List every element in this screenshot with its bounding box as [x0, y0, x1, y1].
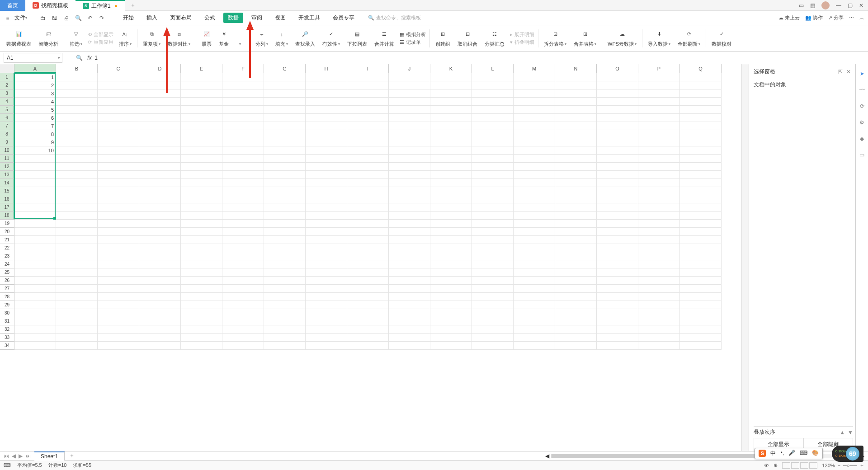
cell-M2[interactable] — [514, 81, 555, 89]
cell-A24[interactable] — [14, 260, 56, 268]
cell-M8[interactable] — [514, 130, 555, 138]
cell-D23[interactable] — [139, 252, 181, 260]
cell-Q26[interactable] — [680, 277, 722, 285]
cell-N10[interactable] — [555, 146, 597, 155]
cell-F22[interactable] — [222, 244, 264, 252]
cell-L17[interactable] — [472, 203, 514, 212]
cell-B18[interactable] — [56, 212, 98, 220]
cell-M20[interactable] — [514, 228, 555, 236]
redo-icon[interactable]: ↷ — [98, 14, 106, 22]
row-header-16[interactable]: 16 — [0, 195, 14, 203]
cell-D12[interactable] — [139, 163, 181, 171]
cell-O13[interactable] — [597, 171, 638, 179]
cell-B22[interactable] — [56, 244, 98, 252]
cell-A15[interactable] — [14, 187, 56, 195]
cell-K13[interactable] — [430, 171, 472, 179]
cell-O14[interactable] — [597, 179, 638, 187]
cell-M25[interactable] — [514, 268, 555, 277]
cell-A14[interactable] — [14, 179, 56, 187]
cell-P12[interactable] — [638, 163, 680, 171]
cell-O34[interactable] — [597, 342, 638, 350]
cell-F20[interactable] — [222, 228, 264, 236]
cell-K30[interactable] — [430, 309, 472, 317]
tab-dev[interactable]: 开发工具 — [294, 13, 325, 23]
cell-D21[interactable] — [139, 236, 181, 244]
cell-H7[interactable] — [306, 122, 347, 130]
cell-B28[interactable] — [56, 293, 98, 301]
cell-B6[interactable] — [56, 114, 98, 122]
eye-icon[interactable]: 👁 — [764, 463, 769, 468]
cell-J17[interactable] — [389, 203, 430, 212]
cell-M22[interactable] — [514, 244, 555, 252]
cell-I7[interactable] — [347, 122, 389, 130]
cell-M7[interactable] — [514, 122, 555, 130]
cell-A27[interactable] — [14, 285, 56, 293]
cell-H5[interactable] — [306, 106, 347, 114]
cell-P5[interactable] — [638, 106, 680, 114]
cell-G31[interactable] — [264, 317, 306, 325]
cell-H14[interactable] — [306, 179, 347, 187]
cell-F14[interactable] — [222, 179, 264, 187]
task-icon-5[interactable]: ▭ — [858, 151, 866, 159]
cell-Q4[interactable] — [680, 98, 722, 106]
cell-J3[interactable] — [389, 89, 430, 98]
cell-B2[interactable] — [56, 81, 98, 89]
cell-I18[interactable] — [347, 212, 389, 220]
cell-N30[interactable] — [555, 309, 597, 317]
cell-Q5[interactable] — [680, 106, 722, 114]
cell-P18[interactable] — [638, 212, 680, 220]
col-header-O[interactable]: O — [597, 64, 638, 73]
cell-H6[interactable] — [306, 114, 347, 122]
row-header-30[interactable]: 30 — [0, 309, 14, 317]
cell-L1[interactable] — [472, 73, 514, 81]
cell-A21[interactable] — [14, 236, 56, 244]
lookup-input-button[interactable]: 🔎查找录入 — [292, 27, 319, 50]
col-header-F[interactable]: F — [222, 64, 264, 73]
cell-A6[interactable]: 6 — [14, 114, 56, 122]
cell-A22[interactable] — [14, 244, 56, 252]
cell-E4[interactable] — [181, 98, 222, 106]
cell-M34[interactable] — [514, 342, 555, 350]
row-header-10[interactable]: 10 — [0, 146, 14, 155]
cell-L14[interactable] — [472, 179, 514, 187]
maximize-icon[interactable]: ▢ — [848, 2, 853, 9]
zoom-control[interactable]: 130%−─○──＋ — [822, 462, 864, 469]
cell-L12[interactable] — [472, 163, 514, 171]
cell-O11[interactable] — [597, 155, 638, 163]
cell-M16[interactable] — [514, 195, 555, 203]
col-header-N[interactable]: N — [555, 64, 597, 73]
cell-D22[interactable] — [139, 244, 181, 252]
cell-N19[interactable] — [555, 220, 597, 228]
cell-G7[interactable] — [264, 122, 306, 130]
cell-I5[interactable] — [347, 106, 389, 114]
cell-Q29[interactable] — [680, 301, 722, 309]
cell-G28[interactable] — [264, 293, 306, 301]
cell-E8[interactable] — [181, 130, 222, 138]
cell-C6[interactable] — [98, 114, 139, 122]
cell-J30[interactable] — [389, 309, 430, 317]
cell-P2[interactable] — [638, 81, 680, 89]
select-all-corner[interactable] — [0, 64, 14, 73]
cell-O19[interactable] — [597, 220, 638, 228]
cell-H12[interactable] — [306, 163, 347, 171]
subtotal-button[interactable]: ☷分类汇总 — [481, 27, 508, 50]
cell-F23[interactable] — [222, 252, 264, 260]
tab-start[interactable]: 开始 — [118, 13, 138, 23]
cell-I31[interactable] — [347, 317, 389, 325]
cell-F32[interactable] — [222, 325, 264, 334]
import-data-button[interactable]: ⬇导入数据▾ — [644, 27, 674, 50]
cell-Q2[interactable] — [680, 81, 722, 89]
cell-D6[interactable] — [139, 114, 181, 122]
cell-E34[interactable] — [181, 342, 222, 350]
row-header-21[interactable]: 21 — [0, 236, 14, 244]
row-header-8[interactable]: 8 — [0, 130, 14, 138]
cell-J13[interactable] — [389, 171, 430, 179]
cell-F10[interactable] — [222, 146, 264, 155]
cell-L2[interactable] — [472, 81, 514, 89]
cell-D32[interactable] — [139, 325, 181, 334]
cell-L11[interactable] — [472, 155, 514, 163]
cell-F28[interactable] — [222, 293, 264, 301]
cell-P1[interactable] — [638, 73, 680, 81]
split-table-button[interactable]: ⊡拆分表格▾ — [540, 27, 570, 50]
cell-M28[interactable] — [514, 293, 555, 301]
